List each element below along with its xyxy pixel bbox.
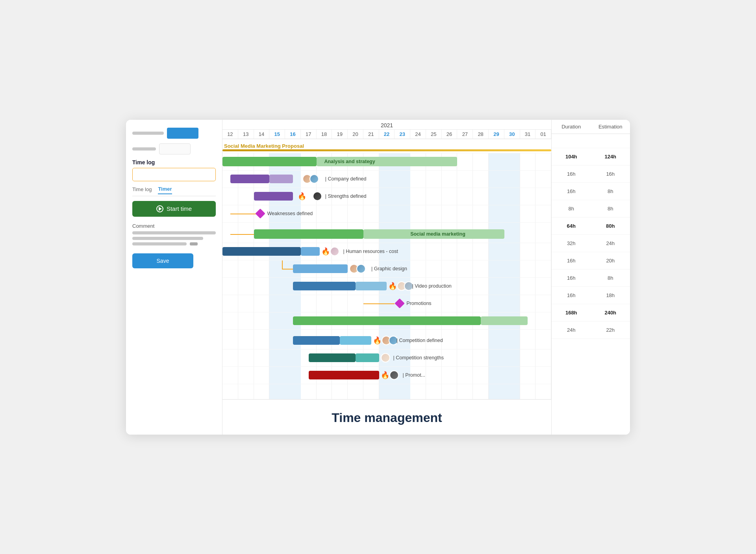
date-cell-18: 18 [317,130,332,139]
rp-row-7: 16h8h [552,270,630,287]
spacer-1 [222,223,551,226]
label-company: | Company defined [325,176,367,182]
rp-est-0: 124h [591,154,630,160]
date-cell-25: 25 [426,130,442,139]
tab-timer[interactable]: Timer [158,186,172,194]
diamond-weaknesses [256,208,265,218]
date-cell-14: 14 [254,130,270,139]
date-cell-22: 22 [379,130,395,139]
fire-hr: 🔥 [321,247,330,256]
avatars-comp [382,336,398,345]
date-cell-21: 21 [363,130,379,139]
comment-lines [132,231,216,245]
bar-social [254,229,363,239]
gantt-wrapper: 2021 12131415161718192021222324252627282… [222,120,551,400]
rp-row-4: 64h80h [552,218,630,235]
timelog-input[interactable] [132,168,216,181]
bottom-title: Time management [222,400,551,435]
date-cell-19: 19 [332,130,348,139]
date-cell-31: 31 [520,130,536,139]
avatar-3 [313,191,322,201]
rp-est-3: 8h [591,206,630,212]
bar-company-purple [230,175,269,183]
avatar-g2 [356,264,366,273]
year-label: 2021 [222,120,551,130]
avatars-comp-str [381,353,390,363]
fire-comp: 🔥 [373,336,382,345]
comment-section: Comment [132,223,216,245]
date-cell-16: 16 [285,130,301,139]
date-cell-01: 01 [536,130,551,139]
date-cell-15: 15 [269,130,285,139]
rp-est-10: 22h [591,327,630,333]
gantt-row-social: Social media marketing [222,226,551,243]
gantt-row-comp-defined: 🔥 | Competition defined [222,332,551,350]
avatars-strengths [313,191,322,201]
label-promot: | Promot... [403,372,425,378]
bar-video-dark [293,282,356,290]
comment-line-3 [132,242,187,245]
avatar-p1 [389,370,399,380]
label-strengths: | Strengths defined [325,193,367,199]
rp-row-8: 16h18h [552,287,630,304]
label-video: | Video production [412,283,451,289]
start-time-button[interactable]: Start time [132,201,216,217]
connector-weaknesses [230,214,259,214]
rp-dur-9: 168h [552,310,591,316]
avatars-graphic [349,264,366,273]
label-analysis: Analysis and strategy [324,159,375,164]
rp-row-3: 8h8h [552,200,630,218]
sidebar-row-1 [132,128,216,139]
rp-est-5: 24h [591,240,630,246]
bar-comp-light [340,336,371,345]
gantt-body: Social Media Marketing Proposal Analysis… [222,139,551,399]
project-label-row: Social Media Marketing Proposal [222,139,551,153]
play-icon [156,205,163,212]
project-bar [222,149,551,151]
rp-project-spacer [552,134,630,148]
date-cell-26: 26 [442,130,458,139]
date-cell-13: 13 [238,130,254,139]
right-panel-header: Duration Estimation [552,120,630,134]
avatars-hr [330,247,339,256]
rp-row-0: 104h124h [552,148,630,165]
gantt-row-strengths: 🔥 | Strengths defined [222,188,551,205]
bar-graphic [293,264,348,273]
bar-strengths [254,192,293,201]
gantt-row-graphic: | Graphic design [222,260,551,278]
date-cell-30: 30 [504,130,520,139]
rp-est-6: 20h [591,258,630,264]
comment-line-4 [190,242,198,245]
connector-graphic-h [282,269,293,270]
rp-row-10: 24h22h [552,322,630,339]
rp-dur-7: 16h [552,275,591,281]
rp-dur-0: 104h [552,154,591,160]
label-promo: Promotions [406,301,431,306]
sidebar-row-2 [132,143,216,154]
comment-line-1 [132,231,216,234]
bar-comp-dark [293,336,340,345]
rp-row-1: 16h16h [552,165,630,183]
avatars-promot [389,370,399,380]
gantt-row-company: | Company defined [222,171,551,188]
rp-est-4: 80h [591,223,630,229]
label-comp-str: | Competition strengths [393,355,444,361]
date-cell-29: 29 [489,130,504,139]
rp-row-9: 168h240h [552,304,630,322]
rp-dur-10: 24h [552,327,591,333]
gantt-row-promot: 🔥 | Promot... [222,367,551,384]
play-triangle [159,207,162,211]
date-cell-12: 12 [222,130,238,139]
connector-graphic-v [282,260,283,269]
bar-long-light [481,316,528,325]
avatar-hr1 [330,247,339,256]
rp-row-6: 16h20h [552,252,630,270]
rp-dur-8: 16h [552,292,591,298]
fire-strengths: 🔥 [298,192,306,201]
rp-dur-6: 16h [552,258,591,264]
sidebar-line [132,132,164,135]
save-button[interactable]: Save [132,253,193,268]
fire-video: 🔥 [388,282,397,290]
rp-est-9: 240h [591,310,630,316]
tab-timelog[interactable]: Time log [132,186,152,194]
